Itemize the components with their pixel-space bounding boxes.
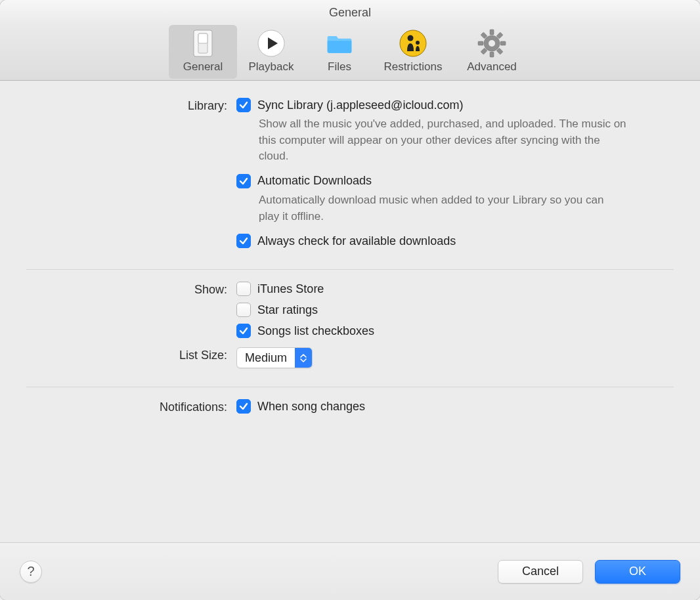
section-library: Library: Sync Library (j.appleseed@iclou…	[0, 98, 700, 269]
divider	[26, 387, 674, 387]
toolbar-tab-advanced[interactable]: Advanced	[452, 25, 531, 79]
preferences-window: General General Playback	[0, 0, 700, 600]
star-ratings-label: Star ratings	[257, 303, 318, 317]
svg-rect-2	[198, 33, 208, 43]
svg-rect-11	[500, 41, 506, 45]
toolbar-tab-label: General	[183, 60, 223, 74]
select-arrows-icon	[295, 348, 312, 368]
parental-icon	[399, 29, 427, 58]
cancel-button[interactable]: Cancel	[498, 560, 583, 584]
checkbox-when-song-changes[interactable]	[236, 399, 251, 414]
gear-icon	[477, 29, 506, 58]
checkbox-automatic-downloads[interactable]	[236, 174, 251, 188]
when-song-changes-label: When song changes	[257, 400, 365, 414]
switch-icon	[188, 29, 217, 58]
toolbar-tab-general[interactable]: General	[169, 25, 237, 79]
window-title: General	[329, 6, 371, 20]
svg-point-5	[408, 35, 414, 41]
toolbar-tab-label: Advanced	[467, 60, 517, 74]
automatic-downloads-description: Automatically download music when added …	[259, 192, 626, 225]
toolbar-tab-restrictions[interactable]: Restrictions	[374, 25, 452, 79]
always-check-downloads-label: Always check for available downloads	[257, 234, 456, 248]
songs-list-checkboxes-label: Songs list checkboxes	[257, 324, 374, 338]
ok-button[interactable]: OK	[595, 560, 680, 584]
list-size-select[interactable]: Medium	[236, 347, 313, 368]
svg-rect-9	[490, 52, 494, 57]
toolbar-tab-label: Restrictions	[384, 60, 443, 74]
library-label: Library:	[26, 98, 236, 113]
ok-button-label: OK	[629, 565, 646, 578]
notifications-label: Notifications:	[26, 399, 236, 414]
checkbox-star-ratings[interactable]	[236, 303, 251, 317]
svg-rect-8	[490, 30, 494, 35]
divider	[26, 269, 674, 270]
play-icon	[257, 29, 286, 58]
toolbar-tab-playback[interactable]: Playback	[237, 25, 305, 79]
show-label: Show:	[26, 282, 236, 297]
svg-rect-10	[478, 41, 483, 45]
help-icon: ?	[27, 564, 34, 579]
section-show: Show: iTunes Store Star ratings	[0, 282, 700, 387]
toolbar-tab-label: Playback	[249, 60, 294, 74]
checkbox-sync-library[interactable]	[236, 98, 251, 112]
checkbox-always-check-downloads[interactable]	[236, 234, 251, 248]
svg-point-16	[489, 40, 495, 47]
help-button[interactable]: ?	[20, 561, 42, 583]
svg-point-6	[416, 41, 420, 45]
cancel-button-label: Cancel	[522, 565, 559, 578]
automatic-downloads-label: Automatic Downloads	[257, 174, 372, 188]
list-size-value: Medium	[237, 351, 295, 365]
section-notifications: Notifications: When song changes	[0, 399, 700, 435]
sync-library-label: Sync Library (j.appleseed@icloud.com)	[257, 98, 463, 112]
svg-point-4	[400, 30, 426, 56]
list-size-label: List Size:	[26, 347, 236, 362]
itunes-store-label: iTunes Store	[257, 282, 324, 296]
toolbar-tab-label: Files	[328, 60, 351, 74]
checkbox-itunes-store[interactable]	[236, 282, 251, 296]
preferences-content: Library: Sync Library (j.appleseed@iclou…	[0, 81, 700, 542]
footer-bar: ? Cancel OK	[0, 542, 700, 600]
window-titlebar: General	[0, 0, 700, 25]
preferences-toolbar: General Playback Files	[0, 25, 700, 81]
toolbar-tab-files[interactable]: Files	[305, 25, 374, 79]
folder-icon	[325, 29, 354, 58]
checkbox-songs-list-checkboxes[interactable]	[236, 324, 251, 338]
sync-library-description: Show all the music you've added, purchas…	[259, 116, 626, 165]
